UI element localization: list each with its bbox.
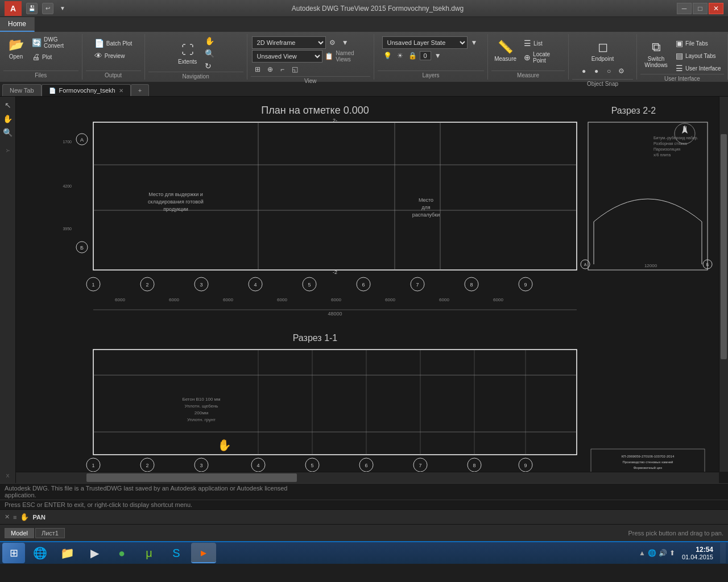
- taskbar-chrome[interactable]: ●: [109, 543, 134, 563]
- tab-home[interactable]: Home: [0, 17, 35, 32]
- measure-button[interactable]: 📏 Measure: [491, 38, 519, 64]
- cmd-expand-icon[interactable]: ≡: [13, 514, 16, 521]
- taskbar-files[interactable]: 📁: [55, 543, 80, 563]
- col-num-4: 4: [254, 282, 257, 288]
- view-more-icon[interactable]: ▼: [340, 37, 351, 48]
- taskbar-media[interactable]: ▶: [82, 543, 107, 563]
- s1-col-8-label: 8: [473, 463, 475, 468]
- scroll-thumb-h[interactable]: [86, 473, 297, 482]
- ribbon-group-navigation: ⛶ Extents ✋ 🔍 ↻ Navigation: [145, 34, 247, 80]
- taskbar-dwg[interactable]: ▸: [191, 543, 216, 563]
- s1-label2: Уплотн. щебень: [185, 404, 218, 409]
- quick-access-save[interactable]: 💾: [26, 3, 38, 14]
- section-rect: [588, 122, 708, 270]
- taskbar-utorrent[interactable]: μ: [136, 543, 162, 563]
- view-settings-icon[interactable]: ⚙: [327, 37, 338, 48]
- network-icon[interactable]: 🌐: [648, 549, 656, 557]
- dim-6000-3: 6000: [223, 297, 233, 302]
- snap-toggle-1[interactable]: ●: [578, 65, 590, 77]
- taskbar-ie[interactable]: 🌐: [27, 543, 52, 563]
- pan-button[interactable]: ✋: [202, 35, 217, 47]
- pan-cursor: ✋: [217, 438, 231, 452]
- dwg-convert-icon: 🔄: [32, 38, 42, 47]
- preview-button[interactable]: 👁 Preview: [92, 50, 135, 61]
- layer-state-select[interactable]: Unsaved Layer State: [382, 36, 468, 49]
- snap-icon[interactable]: ⊕: [264, 64, 276, 75]
- orbit-button[interactable]: ↻: [202, 60, 217, 72]
- locate-point-button[interactable]: ⊕ Locate Point: [522, 50, 565, 65]
- layer-state-icon[interactable]: ▼: [469, 37, 480, 48]
- file-tabs-button[interactable]: ▣ File Tabs: [673, 38, 723, 49]
- add-tab-button[interactable]: +: [131, 84, 149, 96]
- view-selects: 2D Wireframe ⚙ ▼ Unsaved View 📋 Named Vi…: [251, 35, 370, 76]
- status-line3: Press ESC or ENTER to exit, or right-cli…: [5, 501, 723, 508]
- lock-icon[interactable]: 🔒: [407, 50, 419, 61]
- taskbar-skype[interactable]: S: [164, 543, 189, 563]
- close-cmd-icon[interactable]: ✕: [5, 513, 10, 521]
- switch-windows-icon: ⧉: [652, 40, 661, 55]
- snap-toggle-3[interactable]: ○: [603, 65, 615, 77]
- new-tab[interactable]: New Tab: [2, 84, 42, 96]
- scrollbar-horizontal[interactable]: [16, 472, 719, 483]
- sheet1-tab[interactable]: Лист1: [35, 528, 65, 538]
- named-view-select[interactable]: Unsaved View: [252, 50, 323, 63]
- named-views-icon[interactable]: 📋: [324, 51, 334, 62]
- list-icon: ☰: [524, 39, 531, 48]
- drawing-canvas[interactable]: План на отметке 0.000 Разрез 2-2 Место д…: [16, 97, 728, 483]
- extents-button[interactable]: ⛶ Extents: [175, 40, 200, 67]
- layout-tabs-button[interactable]: ▤ Layout Tabs: [673, 50, 723, 61]
- user-interface-button[interactable]: ☰ User Interface: [673, 63, 723, 74]
- show-desktop-button[interactable]: [720, 543, 726, 563]
- status-line2: application.: [5, 492, 723, 498]
- layer-dropdown-icon[interactable]: ▼: [432, 50, 444, 61]
- minimize-button[interactable]: ─: [677, 3, 692, 14]
- start-button[interactable]: ⊞: [2, 543, 25, 563]
- plot-button[interactable]: 🖨 Plot: [30, 51, 78, 63]
- ribbon-group-layers: Unsaved Layer State ▼ 💡 ☀ 🔒 0 ▼ Layers: [374, 34, 488, 80]
- endpoint-button[interactable]: ◻ Endpoint: [578, 38, 627, 64]
- zoom-button[interactable]: 🔍: [202, 48, 217, 59]
- file-tab[interactable]: 📄 Formovochny_tsekh ✕: [42, 84, 131, 96]
- view-cube-icon[interactable]: ◱: [289, 64, 301, 75]
- sun-icon[interactable]: ☀: [395, 50, 406, 61]
- sys-arrow-icon[interactable]: ▲: [639, 549, 646, 557]
- tool-zoom2[interactable]: 🔍: [2, 126, 14, 139]
- scrollbar-vertical[interactable]: [719, 97, 728, 472]
- taskbar-clock[interactable]: 12:54 01.04.2015: [682, 546, 718, 560]
- ortho-icon[interactable]: ⌐: [277, 64, 288, 75]
- sound-icon[interactable]: 🔊: [659, 549, 667, 557]
- layout-tabs-icon: ▤: [676, 51, 683, 60]
- section-label3: Пароизоляция: [653, 147, 680, 152]
- s1-col-7-label: 7: [419, 463, 421, 468]
- maximize-button[interactable]: □: [693, 3, 708, 14]
- batch-plot-button[interactable]: 📄 Batch Plot: [92, 38, 135, 49]
- open-button[interactable]: 📂 Open: [3, 35, 28, 62]
- dim-6000-1: 6000: [115, 297, 125, 302]
- room-label6: распалубки: [412, 212, 440, 218]
- upload-icon[interactable]: ⬆: [669, 549, 675, 557]
- s1-label3: 200мм: [195, 410, 208, 415]
- model-tab[interactable]: Model: [5, 528, 34, 538]
- open-icon: 📂: [9, 38, 24, 52]
- dwg-convert-button[interactable]: 🔄 DWG Convert: [30, 35, 78, 50]
- left-dim-1700: 1700: [63, 140, 72, 144]
- snap-toggle-2[interactable]: ●: [591, 65, 602, 77]
- view-style-select[interactable]: 2D Wireframe: [252, 36, 326, 49]
- switch-windows-button[interactable]: ⧉ Switch Windows: [641, 38, 671, 70]
- endpoint-icon: ◻: [598, 40, 608, 55]
- scroll-thumb-v[interactable]: [721, 134, 727, 359]
- snap-settings-icon[interactable]: ⚙: [616, 65, 627, 77]
- quick-access-more[interactable]: ▼: [58, 3, 67, 14]
- tool-select[interactable]: ↖: [2, 99, 14, 111]
- list-button[interactable]: ☰ List: [522, 38, 565, 49]
- tab-close-button[interactable]: ✕: [119, 88, 123, 94]
- grid-icon[interactable]: ⊞: [252, 64, 263, 75]
- snap-content: ◻ Endpoint ● ● ○ ⚙: [576, 35, 630, 79]
- light-bulb-icon[interactable]: 💡: [382, 50, 394, 61]
- ribbon-content: 📂 Open 🔄 DWG Convert 🖨 Plot Files 📄 Batc…: [0, 32, 728, 82]
- title3-text: Разрез 1-1: [293, 333, 338, 343]
- quick-access-undo[interactable]: ↩: [42, 3, 53, 14]
- tool-pan2[interactable]: ✋: [2, 113, 14, 125]
- batch-plot-icon: 📄: [94, 39, 104, 48]
- close-button[interactable]: ✕: [709, 3, 723, 14]
